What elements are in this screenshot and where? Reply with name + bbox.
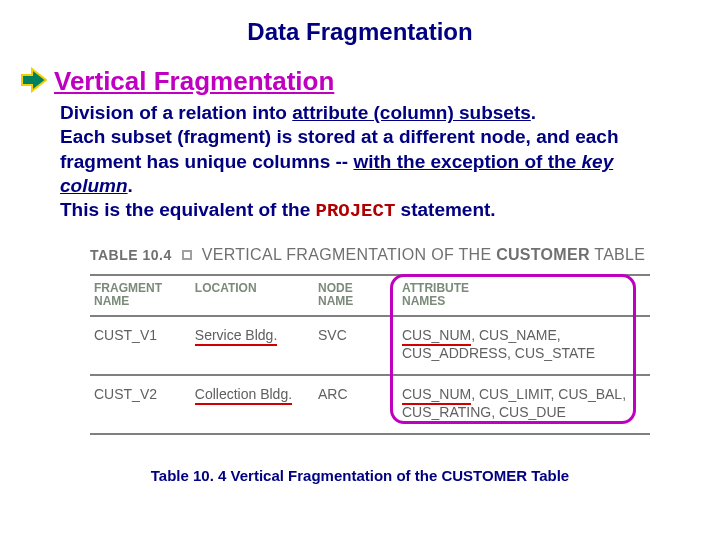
section-row: Vertical Fragmentation <box>20 66 720 97</box>
slide-title: Data Fragmentation <box>0 0 720 54</box>
th-node: NODE NAME <box>314 275 398 317</box>
arrow-bullet-icon <box>20 67 48 97</box>
fragmentation-table: FRAGMENT NAME LOCATION NODE NAME ATTRIBU… <box>90 274 650 436</box>
location-underline: Collection Bldg. <box>195 386 292 405</box>
table-wrap: TABLE 10.4 VERTICAL FRAGMENTATION OF THE… <box>90 246 650 436</box>
cell-fragment: CUST_V1 <box>90 316 191 375</box>
cell-fragment: CUST_V2 <box>90 375 191 434</box>
th-attrs: ATTRIBUTE NAMES <box>398 275 650 317</box>
code-project: PROJECT <box>315 200 395 222</box>
svg-marker-0 <box>22 69 46 91</box>
body-p3a: This is the equivalent of the <box>60 199 315 220</box>
checkbox-icon <box>182 250 192 260</box>
attr-key-underline: CUS_NUM <box>402 327 471 346</box>
th-fragment: FRAGMENT NAME <box>90 275 191 317</box>
table-row: CUST_V2 Collection Bldg. ARC CUS_NUM, CU… <box>90 375 650 434</box>
cell-attrs: CUS_NUM, CUS_NAME, CUS_ADDRESS, CUS_STAT… <box>398 316 650 375</box>
body-p2b: with the exception of the <box>353 151 581 172</box>
cell-node: ARC <box>314 375 398 434</box>
location-underline: Service Bldg. <box>195 327 277 346</box>
table-title-a: VERTICAL FRAGMENTATION OF THE <box>202 246 496 263</box>
body-p1a: Division of a relation into <box>60 102 292 123</box>
body-p1b: attribute (column) subsets <box>292 102 531 123</box>
cell-attrs: CUS_NUM, CUS_LIMIT, CUS_BAL, CUS_RATING,… <box>398 375 650 434</box>
table-title-c: TABLE <box>590 246 645 263</box>
th-location: LOCATION <box>191 275 314 317</box>
cell-location: Collection Bldg. <box>191 375 314 434</box>
attr-key-underline: CUS_NUM <box>402 386 471 405</box>
body-p3b: statement. <box>395 199 495 220</box>
cell-node: SVC <box>314 316 398 375</box>
section-heading: Vertical Fragmentation <box>54 66 334 97</box>
table-title: VERTICAL FRAGMENTATION OF THE CUSTOMER T… <box>202 246 646 264</box>
cell-location: Service Bldg. <box>191 316 314 375</box>
body-text: Division of a relation into attribute (c… <box>60 101 690 224</box>
table-label: TABLE 10.4 <box>90 247 172 263</box>
table-header-row: FRAGMENT NAME LOCATION NODE NAME ATTRIBU… <box>90 275 650 317</box>
table-title-row: TABLE 10.4 VERTICAL FRAGMENTATION OF THE… <box>90 246 650 264</box>
body-p1c: . <box>531 102 536 123</box>
body-p2d: . <box>128 175 133 196</box>
table-caption: Table 10. 4 Vertical Fragmentation of th… <box>0 467 720 484</box>
table-row: CUST_V1 Service Bldg. SVC CUS_NUM, CUS_N… <box>90 316 650 375</box>
table-title-b: CUSTOMER <box>496 246 590 263</box>
